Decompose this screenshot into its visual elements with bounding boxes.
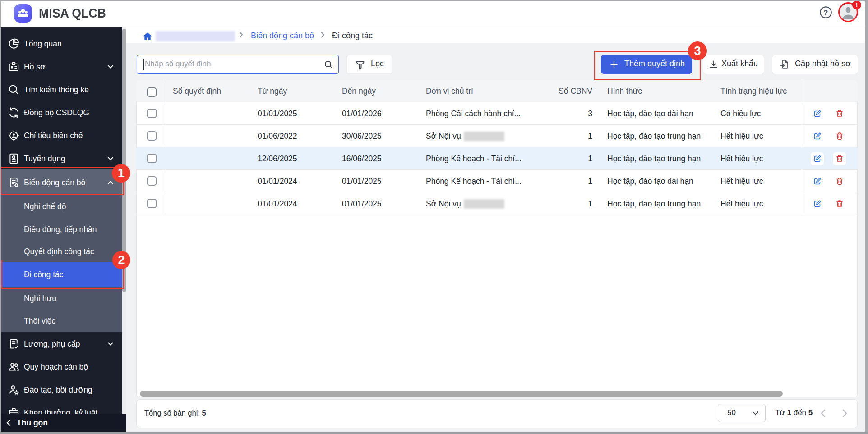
svg-text:?: ? bbox=[824, 9, 828, 17]
